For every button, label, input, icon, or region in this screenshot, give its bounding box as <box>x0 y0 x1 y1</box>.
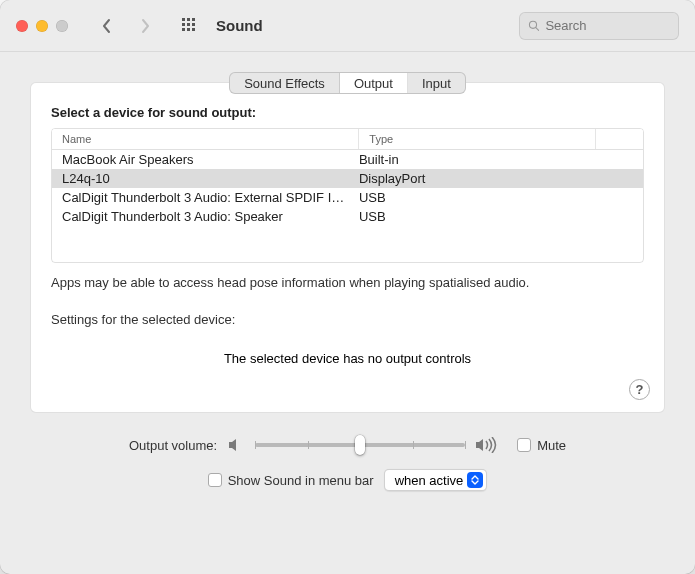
search-field[interactable] <box>519 12 679 40</box>
device-type: USB <box>359 190 633 205</box>
output-device-table: Name Type MacBook Air Speakers Built-in … <box>51 128 644 263</box>
svg-rect-0 <box>182 18 185 21</box>
tab-input[interactable]: Input <box>408 73 465 93</box>
content-area: Sound Effects Output Input Select a devi… <box>0 52 695 574</box>
device-type: Built-in <box>359 152 633 167</box>
column-spacer <box>596 129 643 149</box>
table-row[interactable]: L24q-10 DisplayPort <box>52 169 643 188</box>
table-header: Name Type <box>52 129 643 150</box>
device-name: CalDigit Thunderbolt 3 Audio: External S… <box>62 190 359 205</box>
tab-sound-effects[interactable]: Sound Effects <box>230 73 340 93</box>
svg-line-10 <box>536 28 539 31</box>
device-name: MacBook Air Speakers <box>62 152 359 167</box>
speaker-low-icon <box>227 437 245 453</box>
select-value: when active <box>395 473 464 488</box>
device-type: USB <box>359 209 633 224</box>
search-icon <box>528 19 539 32</box>
table-row[interactable]: MacBook Air Speakers Built-in <box>52 150 643 169</box>
device-name: L24q-10 <box>62 171 359 186</box>
device-settings-label: Settings for the selected device: <box>51 312 644 327</box>
show-all-prefs-button[interactable] <box>180 16 200 36</box>
table-row[interactable]: CalDigit Thunderbolt 3 Audio: External S… <box>52 188 643 207</box>
show-in-menu-bar-box[interactable] <box>208 473 222 487</box>
svg-rect-6 <box>182 28 185 31</box>
tab-segment: Sound Effects Output Input <box>229 72 466 94</box>
mute-checkbox[interactable]: Mute <box>517 438 566 453</box>
tab-output[interactable]: Output <box>340 73 408 93</box>
device-type: DisplayPort <box>359 171 633 186</box>
svg-rect-4 <box>187 23 190 26</box>
select-stepper-icon <box>467 472 483 488</box>
zoom-window-button[interactable] <box>56 20 68 32</box>
svg-rect-3 <box>182 23 185 26</box>
column-name[interactable]: Name <box>52 129 359 149</box>
minimize-window-button[interactable] <box>36 20 48 32</box>
menu-bar-mode-select[interactable]: when active <box>384 469 488 491</box>
device-name: CalDigit Thunderbolt 3 Audio: Speaker <box>62 209 359 224</box>
device-list: MacBook Air Speakers Built-in L24q-10 Di… <box>52 150 643 262</box>
output-volume-slider[interactable] <box>255 435 465 455</box>
back-button[interactable] <box>96 15 118 37</box>
svg-rect-1 <box>187 18 190 21</box>
select-device-label: Select a device for sound output: <box>51 105 644 120</box>
search-input[interactable] <box>545 18 670 33</box>
help-button[interactable]: ? <box>629 379 650 400</box>
mute-checkbox-box[interactable] <box>517 438 531 452</box>
window-title: Sound <box>216 17 263 34</box>
speaker-high-icon <box>475 437 497 453</box>
nav-buttons <box>96 15 156 37</box>
spatial-audio-hint: Apps may be able to access head pose inf… <box>51 275 644 290</box>
svg-rect-8 <box>192 28 195 31</box>
forward-button[interactable] <box>134 15 156 37</box>
mute-label: Mute <box>537 438 566 453</box>
sound-prefs-window: Sound Sound Effects Output Input Select … <box>0 0 695 574</box>
no-output-controls-text: The selected device has no output contro… <box>51 351 644 366</box>
volume-row: Output volume: <box>30 435 665 455</box>
close-window-button[interactable] <box>16 20 28 32</box>
column-type[interactable]: Type <box>359 129 595 149</box>
show-in-menu-bar-checkbox[interactable]: Show Sound in menu bar <box>208 473 374 488</box>
output-volume-label: Output volume: <box>129 438 217 453</box>
svg-rect-2 <box>192 18 195 21</box>
traffic-lights <box>16 20 68 32</box>
show-in-menu-bar-label: Show Sound in menu bar <box>228 473 374 488</box>
output-panel: Select a device for sound output: Name T… <box>30 82 665 413</box>
titlebar: Sound <box>0 0 695 52</box>
svg-rect-7 <box>187 28 190 31</box>
slider-thumb[interactable] <box>355 435 365 455</box>
tab-bar: Sound Effects Output Input <box>30 72 665 94</box>
table-row[interactable]: CalDigit Thunderbolt 3 Audio: Speaker US… <box>52 207 643 226</box>
menubar-row: Show Sound in menu bar when active <box>30 469 665 491</box>
svg-rect-5 <box>192 23 195 26</box>
